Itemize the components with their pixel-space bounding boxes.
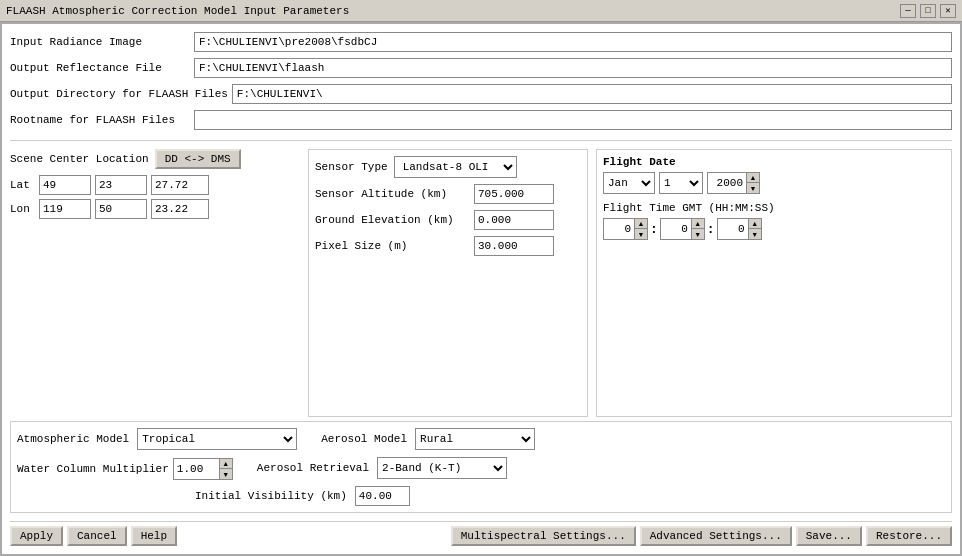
output-reflectance-input[interactable]	[194, 58, 952, 78]
minute-spinbox-btns: ▲ ▼	[691, 219, 704, 239]
title-bar: FLAASH Atmospheric Correction Model Inpu…	[0, 0, 962, 22]
flight-date-row: Jan Feb Mar 1 2 ▲ ▼	[603, 172, 945, 194]
middle-section: Scene Center Location DD <-> DMS Lat Lon…	[10, 149, 952, 417]
minute-spinbox: ▲ ▼	[660, 218, 705, 240]
output-directory-label: Output Directory for FLAASH Files	[10, 88, 228, 100]
water-spinbox: ▲ ▼	[173, 458, 233, 480]
atmospheric-row1: Atmospheric Model Tropical Mid-Latitude …	[17, 428, 945, 450]
lat-m-input[interactable]	[95, 175, 147, 195]
lon-m-input[interactable]	[95, 199, 147, 219]
month-select[interactable]: Jan Feb Mar	[603, 172, 655, 194]
footer-right-buttons: Multispectral Settings... Advanced Setti…	[451, 526, 952, 546]
atmospheric-model-select[interactable]: Tropical Mid-Latitude Summer Mid-Latitud…	[137, 428, 297, 450]
sensor-altitude-input[interactable]	[474, 184, 554, 204]
hour-down-button[interactable]: ▼	[635, 229, 647, 239]
second-spinbox-btns: ▲ ▼	[748, 219, 761, 239]
output-directory-row: Output Directory for FLAASH Files	[10, 84, 952, 104]
footer-bar: Apply Cancel Help Multispectral Settings…	[10, 521, 952, 546]
cancel-button[interactable]: Cancel	[67, 526, 127, 546]
water-up-button[interactable]: ▲	[220, 459, 232, 469]
year-input[interactable]	[708, 173, 746, 193]
sensor-altitude-row: Sensor Altitude (km)	[315, 184, 581, 204]
sensor-type-select[interactable]: Landsat-8 OLI Landsat-7 ETM+ Landsat-5 T…	[394, 156, 517, 178]
second-up-button[interactable]: ▲	[749, 219, 761, 229]
lat-s-input[interactable]	[151, 175, 209, 195]
restore-button[interactable]: Restore...	[866, 526, 952, 546]
year-down-button[interactable]: ▼	[747, 183, 759, 193]
water-multiplier-label: Water Column Multiplier	[17, 463, 169, 475]
atmospheric-row3: Initial Visibility (km)	[17, 486, 945, 506]
sensor-altitude-label: Sensor Altitude (km)	[315, 188, 470, 200]
minute-up-button[interactable]: ▲	[692, 219, 704, 229]
ground-elevation-input[interactable]	[474, 210, 554, 230]
aerosol-model-select[interactable]: Rural Urban Maritime Tropospheric	[415, 428, 535, 450]
year-spinbox: ▲ ▼	[707, 172, 760, 194]
ground-elevation-row: Ground Elevation (km)	[315, 210, 581, 230]
window-title: FLAASH Atmospheric Correction Model Inpu…	[6, 5, 349, 17]
hour-up-button[interactable]: ▲	[635, 219, 647, 229]
year-up-button[interactable]: ▲	[747, 173, 759, 183]
input-radiance-input[interactable]	[194, 32, 952, 52]
atmospheric-section: Atmospheric Model Tropical Mid-Latitude …	[10, 421, 952, 513]
help-button[interactable]: Help	[131, 526, 177, 546]
divider-1	[10, 140, 952, 141]
second-input[interactable]	[718, 219, 748, 239]
hour-spinbox-btns: ▲ ▼	[634, 219, 647, 239]
input-radiance-row: Input Radiance Image	[10, 32, 952, 52]
input-radiance-label: Input Radiance Image	[10, 36, 190, 48]
output-reflectance-label: Output Reflectance File	[10, 62, 190, 74]
flight-panel: Flight Date Jan Feb Mar 1 2 ▲	[596, 149, 952, 417]
main-content: Input Radiance Image Output Reflectance …	[0, 22, 962, 556]
pixel-size-row: Pixel Size (m)	[315, 236, 581, 256]
apply-button[interactable]: Apply	[10, 526, 63, 546]
flight-time-row: ▲ ▼ : ▲ ▼ : ▲ ▼	[603, 218, 945, 240]
scene-center-panel: Scene Center Location DD <-> DMS Lat Lon	[10, 149, 300, 417]
day-select[interactable]: 1 2	[659, 172, 703, 194]
hour-input[interactable]	[604, 219, 634, 239]
save-button[interactable]: Save...	[796, 526, 862, 546]
maximize-button[interactable]: □	[920, 4, 936, 18]
ground-elevation-label: Ground Elevation (km)	[315, 214, 470, 226]
output-reflectance-row: Output Reflectance File	[10, 58, 952, 78]
aerosol-retrieval-select[interactable]: 2-Band (K-T) None Over-Water	[377, 457, 507, 479]
water-spinbox-btns: ▲ ▼	[219, 459, 232, 479]
minute-input[interactable]	[661, 219, 691, 239]
lat-label: Lat	[10, 179, 35, 191]
hour-spinbox: ▲ ▼	[603, 218, 648, 240]
minute-down-button[interactable]: ▼	[692, 229, 704, 239]
second-spinbox: ▲ ▼	[717, 218, 762, 240]
advanced-settings-button[interactable]: Advanced Settings...	[640, 526, 792, 546]
water-multiplier-input[interactable]	[174, 459, 219, 479]
multispectral-settings-button[interactable]: Multispectral Settings...	[451, 526, 636, 546]
window-controls: — □ ✕	[900, 4, 956, 18]
output-directory-input[interactable]	[232, 84, 952, 104]
sensor-type-row: Sensor Type Landsat-8 OLI Landsat-7 ETM+…	[315, 156, 581, 178]
second-down-button[interactable]: ▼	[749, 229, 761, 239]
lon-row: Lon	[10, 199, 300, 219]
scene-center-label: Scene Center Location	[10, 153, 149, 165]
close-button[interactable]: ✕	[940, 4, 956, 18]
sensor-panel: Sensor Type Landsat-8 OLI Landsat-7 ETM+…	[308, 149, 588, 417]
atmospheric-model-label: Atmospheric Model	[17, 433, 129, 445]
lon-label: Lon	[10, 203, 35, 215]
initial-vis-label: Initial Visibility (km)	[195, 490, 347, 502]
colon-1: :	[650, 222, 658, 237]
colon-2: :	[707, 222, 715, 237]
minimize-button[interactable]: —	[900, 4, 916, 18]
lat-row: Lat	[10, 175, 300, 195]
flight-date-label: Flight Date	[603, 156, 945, 168]
rootname-row: Rootname for FLAASH Files	[10, 110, 952, 130]
lat-d-input[interactable]	[39, 175, 91, 195]
dd-dms-button[interactable]: DD <-> DMS	[155, 149, 241, 169]
atmospheric-row2: Water Column Multiplier ▲ ▼ Aerosol Retr…	[17, 456, 945, 480]
lon-d-input[interactable]	[39, 199, 91, 219]
scene-center-header: Scene Center Location DD <-> DMS	[10, 149, 300, 169]
lon-s-input[interactable]	[151, 199, 209, 219]
rootname-label: Rootname for FLAASH Files	[10, 114, 190, 126]
water-down-button[interactable]: ▼	[220, 469, 232, 479]
pixel-size-input[interactable]	[474, 236, 554, 256]
flight-time-label: Flight Time GMT (HH:MM:SS)	[603, 202, 945, 214]
rootname-input[interactable]	[194, 110, 952, 130]
initial-vis-input[interactable]	[355, 486, 410, 506]
sensor-type-label: Sensor Type	[315, 161, 388, 173]
